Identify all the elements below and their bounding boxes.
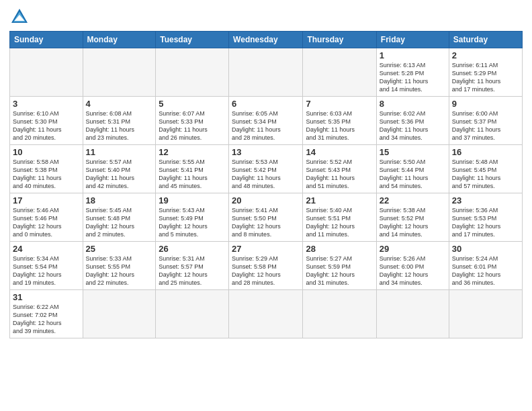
calendar-cell xyxy=(303,290,376,338)
day-number: 31 xyxy=(13,292,80,302)
day-info: Sunrise: 5:40 AM Sunset: 5:51 PM Dayligh… xyxy=(306,206,373,239)
day-number: 3 xyxy=(13,99,80,109)
day-info: Sunrise: 5:45 AM Sunset: 5:48 PM Dayligh… xyxy=(86,206,153,239)
day-info: Sunrise: 5:53 AM Sunset: 5:42 PM Dayligh… xyxy=(232,158,300,191)
calendar-week-row: 3Sunrise: 6:10 AM Sunset: 5:30 PM Daylig… xyxy=(10,97,523,145)
calendar-cell: 30Sunrise: 5:24 AM Sunset: 6:01 PM Dayli… xyxy=(449,242,522,290)
day-number: 13 xyxy=(232,147,300,157)
day-number: 20 xyxy=(232,195,300,205)
calendar-cell: 4Sunrise: 6:08 AM Sunset: 5:31 PM Daylig… xyxy=(83,97,156,145)
calendar-cell: 28Sunrise: 5:27 AM Sunset: 5:59 PM Dayli… xyxy=(303,242,376,290)
day-info: Sunrise: 6:05 AM Sunset: 5:34 PM Dayligh… xyxy=(232,109,300,142)
calendar-cell: 20Sunrise: 5:41 AM Sunset: 5:50 PM Dayli… xyxy=(229,193,303,242)
day-info: Sunrise: 6:07 AM Sunset: 5:33 PM Dayligh… xyxy=(159,109,226,142)
day-info: Sunrise: 6:03 AM Sunset: 5:35 PM Dayligh… xyxy=(306,109,373,142)
day-number: 23 xyxy=(452,195,519,205)
calendar-cell: 1Sunrise: 6:13 AM Sunset: 5:28 PM Daylig… xyxy=(376,48,449,97)
calendar-week-row: 31Sunrise: 6:22 AM Sunset: 7:02 PM Dayli… xyxy=(10,290,523,338)
day-info: Sunrise: 5:24 AM Sunset: 6:01 PM Dayligh… xyxy=(452,255,519,287)
calendar-cell: 10Sunrise: 5:58 AM Sunset: 5:38 PM Dayli… xyxy=(10,145,83,193)
day-info: Sunrise: 5:48 AM Sunset: 5:45 PM Dayligh… xyxy=(452,158,519,191)
calendar-week-row: 1Sunrise: 6:13 AM Sunset: 5:28 PM Daylig… xyxy=(10,48,523,97)
day-number: 11 xyxy=(86,147,153,157)
day-info: Sunrise: 5:46 AM Sunset: 5:46 PM Dayligh… xyxy=(13,206,80,239)
calendar-cell: 22Sunrise: 5:38 AM Sunset: 5:52 PM Dayli… xyxy=(376,193,449,242)
calendar-cell: 23Sunrise: 5:36 AM Sunset: 5:53 PM Dayli… xyxy=(449,193,522,242)
day-number: 27 xyxy=(232,244,300,254)
day-number: 2 xyxy=(452,50,519,60)
weekday-header-wednesday: Wednesday xyxy=(229,32,303,48)
calendar-cell: 12Sunrise: 5:55 AM Sunset: 5:41 PM Dayli… xyxy=(156,145,229,193)
day-number: 26 xyxy=(159,244,226,254)
day-info: Sunrise: 5:58 AM Sunset: 5:38 PM Dayligh… xyxy=(13,158,80,191)
calendar-cell: 18Sunrise: 5:45 AM Sunset: 5:48 PM Dayli… xyxy=(83,193,156,242)
calendar-cell xyxy=(229,48,303,97)
day-number: 22 xyxy=(380,195,446,205)
day-info: Sunrise: 6:08 AM Sunset: 5:31 PM Dayligh… xyxy=(86,109,153,142)
calendar-table: SundayMondayTuesdayWednesdayThursdayFrid… xyxy=(9,31,523,338)
day-number: 14 xyxy=(306,147,373,157)
day-number: 18 xyxy=(86,195,153,205)
day-info: Sunrise: 5:50 AM Sunset: 5:44 PM Dayligh… xyxy=(380,158,446,191)
day-number: 19 xyxy=(159,195,226,205)
day-number: 21 xyxy=(306,195,373,205)
calendar-cell xyxy=(83,290,156,338)
calendar-cell: 5Sunrise: 6:07 AM Sunset: 5:33 PM Daylig… xyxy=(156,97,229,145)
weekday-header-row: SundayMondayTuesdayWednesdayThursdayFrid… xyxy=(10,32,523,48)
calendar-cell: 19Sunrise: 5:43 AM Sunset: 5:49 PM Dayli… xyxy=(156,193,229,242)
day-info: Sunrise: 5:41 AM Sunset: 5:50 PM Dayligh… xyxy=(232,206,300,239)
calendar-cell xyxy=(156,48,229,97)
calendar-cell: 25Sunrise: 5:33 AM Sunset: 5:55 PM Dayli… xyxy=(83,242,156,290)
calendar-cell: 11Sunrise: 5:57 AM Sunset: 5:40 PM Dayli… xyxy=(83,145,156,193)
calendar-week-row: 10Sunrise: 5:58 AM Sunset: 5:38 PM Dayli… xyxy=(10,145,523,193)
calendar-week-row: 24Sunrise: 5:34 AM Sunset: 5:54 PM Dayli… xyxy=(10,242,523,290)
calendar-cell: 2Sunrise: 6:11 AM Sunset: 5:29 PM Daylig… xyxy=(449,48,522,97)
day-info: Sunrise: 6:11 AM Sunset: 5:29 PM Dayligh… xyxy=(452,61,519,94)
calendar-week-row: 17Sunrise: 5:46 AM Sunset: 5:46 PM Dayli… xyxy=(10,193,523,242)
calendar-cell xyxy=(303,48,376,97)
day-info: Sunrise: 5:43 AM Sunset: 5:49 PM Dayligh… xyxy=(159,206,226,239)
weekday-header-thursday: Thursday xyxy=(303,32,376,48)
calendar-cell xyxy=(156,290,229,338)
calendar-cell: 21Sunrise: 5:40 AM Sunset: 5:51 PM Dayli… xyxy=(303,193,376,242)
weekday-header-monday: Monday xyxy=(83,32,156,48)
calendar-cell: 6Sunrise: 6:05 AM Sunset: 5:34 PM Daylig… xyxy=(229,97,303,145)
day-number: 28 xyxy=(306,244,373,254)
weekday-header-tuesday: Tuesday xyxy=(156,32,229,48)
calendar-cell xyxy=(83,48,156,97)
calendar-cell: 8Sunrise: 6:02 AM Sunset: 5:36 PM Daylig… xyxy=(376,97,449,145)
calendar-cell: 3Sunrise: 6:10 AM Sunset: 5:30 PM Daylig… xyxy=(10,97,83,145)
calendar-cell xyxy=(449,290,522,338)
day-info: Sunrise: 5:36 AM Sunset: 5:53 PM Dayligh… xyxy=(452,206,519,239)
day-number: 10 xyxy=(13,147,80,157)
calendar-cell: 9Sunrise: 6:00 AM Sunset: 5:37 PM Daylig… xyxy=(449,97,522,145)
day-info: Sunrise: 5:33 AM Sunset: 5:55 PM Dayligh… xyxy=(86,255,153,287)
calendar-cell: 29Sunrise: 5:26 AM Sunset: 6:00 PM Dayli… xyxy=(376,242,449,290)
day-number: 12 xyxy=(159,147,226,157)
day-number: 8 xyxy=(380,99,446,109)
calendar-cell: 14Sunrise: 5:52 AM Sunset: 5:43 PM Dayli… xyxy=(303,145,376,193)
day-number: 4 xyxy=(86,99,153,109)
day-info: Sunrise: 5:29 AM Sunset: 5:58 PM Dayligh… xyxy=(232,255,300,287)
logo-icon xyxy=(9,7,30,27)
calendar-cell: 17Sunrise: 5:46 AM Sunset: 5:46 PM Dayli… xyxy=(10,193,83,242)
weekday-header-sunday: Sunday xyxy=(10,32,83,48)
day-info: Sunrise: 5:38 AM Sunset: 5:52 PM Dayligh… xyxy=(380,206,446,239)
day-info: Sunrise: 5:26 AM Sunset: 6:00 PM Dayligh… xyxy=(380,255,446,287)
calendar-cell: 13Sunrise: 5:53 AM Sunset: 5:42 PM Dayli… xyxy=(229,145,303,193)
calendar-cell: 24Sunrise: 5:34 AM Sunset: 5:54 PM Dayli… xyxy=(10,242,83,290)
calendar-cell: 16Sunrise: 5:48 AM Sunset: 5:45 PM Dayli… xyxy=(449,145,522,193)
day-info: Sunrise: 6:00 AM Sunset: 5:37 PM Dayligh… xyxy=(452,109,519,142)
header-area xyxy=(9,7,523,27)
day-info: Sunrise: 5:31 AM Sunset: 5:57 PM Dayligh… xyxy=(159,255,226,287)
day-number: 5 xyxy=(159,99,226,109)
calendar-cell xyxy=(376,290,449,338)
day-number: 15 xyxy=(380,147,446,157)
weekday-header-friday: Friday xyxy=(376,32,449,48)
day-number: 24 xyxy=(13,244,80,254)
calendar-cell xyxy=(10,48,83,97)
day-number: 1 xyxy=(380,50,446,60)
weekday-header-saturday: Saturday xyxy=(449,32,522,48)
calendar-cell: 15Sunrise: 5:50 AM Sunset: 5:44 PM Dayli… xyxy=(376,145,449,193)
day-number: 30 xyxy=(452,244,519,254)
